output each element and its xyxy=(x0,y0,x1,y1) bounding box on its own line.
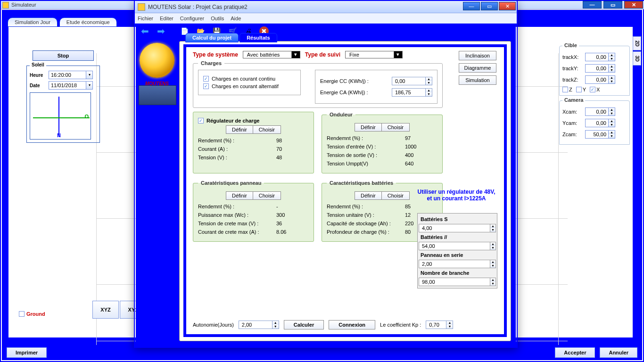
ground-checkbox[interactable]: Ground xyxy=(19,311,45,317)
forward-icon[interactable]: ➡ xyxy=(156,26,166,36)
heure-label: Heure xyxy=(30,73,47,78)
calculer-button[interactable]: Calculer xyxy=(284,320,324,329)
reg-choisir[interactable]: Choisir xyxy=(253,125,281,134)
kp-input[interactable] xyxy=(426,321,446,329)
xcam-input[interactable] xyxy=(585,107,609,116)
ond-definir[interactable]: Définir xyxy=(355,123,382,132)
compass: O N xyxy=(30,92,91,140)
minimize-button[interactable]: — xyxy=(583,1,602,8)
axis-x-check[interactable]: ✓X xyxy=(590,87,600,92)
bat-definir[interactable]: Définir xyxy=(355,191,382,200)
maximize-button[interactable]: ▭ xyxy=(603,1,622,8)
main-card: Calcul du projet Résultats Type de systè… xyxy=(179,41,511,341)
compass-north: N xyxy=(57,132,61,138)
modal-close[interactable]: ✕ xyxy=(499,2,516,10)
bat-choisir[interactable]: Choisir xyxy=(382,191,410,200)
ond-choisir[interactable]: Choisir xyxy=(382,123,410,132)
accepter-button[interactable]: Accepter xyxy=(555,347,595,358)
bg-title: Simulateur xyxy=(11,2,36,8)
pan-definir[interactable]: Définir xyxy=(226,191,253,200)
ycam-input[interactable] xyxy=(585,119,609,127)
ecc-input[interactable] xyxy=(392,77,426,85)
menu-configurer[interactable]: Configurer xyxy=(180,16,204,21)
modal-maximize[interactable]: ▭ xyxy=(481,2,498,10)
tab-etude-economique[interactable]: Etude économique xyxy=(59,17,117,27)
annuler-button[interactable]: Annuler xyxy=(600,347,637,358)
menu-fichier[interactable]: Fichier xyxy=(138,16,153,21)
axis-z-check[interactable]: Z xyxy=(562,87,572,92)
eca-input[interactable] xyxy=(392,88,426,97)
soleil-legend: Soleil xyxy=(30,62,46,67)
heure-step[interactable]: ▾ xyxy=(86,71,93,79)
chevron-down-icon: ▾ xyxy=(394,51,403,58)
type-systeme-label: Type de système xyxy=(193,51,238,58)
panneau-serie-input[interactable] xyxy=(419,260,490,268)
view-mode-tabs: 2D 3D xyxy=(633,36,641,66)
date-label: Date xyxy=(30,83,47,88)
diagramme-button[interactable]: Diagramme xyxy=(459,63,496,73)
spinner-arrows[interactable]: ▲▼ xyxy=(609,53,615,61)
charges-ca-check[interactable]: ✓Charges en courant alternatif xyxy=(203,83,296,89)
tracky-input[interactable] xyxy=(585,64,609,73)
connexion-button[interactable]: Connexion xyxy=(329,320,375,329)
modal-title: MOUTENS Solar : Projet Cas pratique2 xyxy=(148,4,248,10)
tab-3d[interactable]: 3D xyxy=(633,51,641,66)
simulation-button[interactable]: Simulation xyxy=(459,75,496,85)
right-action-buttons: Inclinaison Diagramme Simulation xyxy=(459,51,496,85)
zcam-input[interactable] xyxy=(585,130,609,139)
autonomie-input[interactable] xyxy=(239,321,272,329)
modal-menubar: Fichier Editer Configurer Outils Aide xyxy=(135,13,517,24)
tab-simulation-jour[interactable]: Simulation Jour xyxy=(8,17,58,27)
modal-titlebar[interactable]: MOUTENS Solar : Projet Cas pratique2 — ▭… xyxy=(135,1,517,13)
menu-outils[interactable]: Outils xyxy=(211,16,224,21)
solar-thumbnail[interactable] xyxy=(139,85,176,105)
reg-definir[interactable]: Définir xyxy=(226,125,253,134)
onduleur-fieldset: Onduleur DéfinirChoisir Rendemnt (%) :97… xyxy=(322,112,443,173)
bg-tabs: Simulation Jour Etude économique xyxy=(8,17,117,27)
modal-blue-area: ⬅ ➡ 📄 📂 💾 🛒 🖨 ✖ MOUTENS Calcul du projet… xyxy=(136,24,516,346)
trackx-input[interactable] xyxy=(585,53,609,61)
chevron-down-icon: ▾ xyxy=(292,51,300,58)
trackz-input[interactable] xyxy=(585,75,609,84)
date-input[interactable] xyxy=(49,81,86,90)
pan-choisir[interactable]: Choisir xyxy=(253,191,281,200)
autonomie-label: Autonomie(Jours) xyxy=(193,322,234,328)
heure-input[interactable] xyxy=(49,71,86,79)
battery-grid: Battéries S ▲▼ Battéries // ▲▼ Panneau e… xyxy=(417,213,497,288)
menu-aide[interactable]: Aide xyxy=(231,16,241,21)
stop-button[interactable]: Stop xyxy=(33,50,94,61)
regulateur-fieldset: ✓Régulateur de charge DéfinirChoisir Ren… xyxy=(193,112,314,173)
moutens-logo: MOUTENS xyxy=(140,43,174,78)
left-panel: Stop Soleil Heure ▾ Date ▾ O N xyxy=(26,50,100,146)
imprimer-button[interactable]: Imprimer xyxy=(7,347,47,358)
charges-fieldset: Charges ✓Charges en courant continu ✓Cha… xyxy=(193,60,443,108)
batteries-p-input[interactable] xyxy=(419,242,490,250)
camera-group: Camera Xcam:▲▼ Ycam:▲▼ Zcam:▲▼ xyxy=(559,100,630,145)
app-icon xyxy=(2,2,9,8)
charges-cc-check[interactable]: ✓Charges en courant continu xyxy=(203,76,296,82)
menu-editer[interactable]: Editer xyxy=(160,16,173,21)
axis-y-check[interactable]: Y xyxy=(576,87,586,92)
inclinaison-button[interactable]: Inclinaison xyxy=(459,51,496,60)
soleil-group: Soleil Heure ▾ Date ▾ O N xyxy=(26,66,100,143)
nb-branche-input[interactable] xyxy=(419,278,490,286)
back-icon[interactable]: ⬅ xyxy=(140,26,150,36)
regulateur-check[interactable]: ✓Régulateur de charge xyxy=(198,118,309,123)
kp-label: Le coefficient Kp : xyxy=(380,322,421,328)
modal-app-icon xyxy=(138,3,145,11)
xyz-button[interactable]: XYZ xyxy=(92,301,119,319)
type-systeme-select[interactable]: Avec battéries▾ xyxy=(243,51,300,58)
panneau-fieldset: Caratéristiques panneau DéfinirChoisir R… xyxy=(193,180,314,242)
type-suivi-select[interactable]: Fixe▾ xyxy=(345,51,403,58)
type-suivi-label: Type de suivi xyxy=(305,51,340,58)
date-dropdown[interactable]: ▾ xyxy=(86,81,93,90)
compass-east: O xyxy=(84,114,89,119)
advice-text: Utiliser un régulateur de 48V, et un cou… xyxy=(416,189,496,202)
tab-resultats[interactable]: Résultats xyxy=(239,33,277,42)
batteries-s-input[interactable] xyxy=(419,224,490,232)
modal-minimize[interactable]: — xyxy=(463,2,480,10)
page-content: Type de système Avec battéries▾ Type de … xyxy=(186,47,504,334)
tab-calcul[interactable]: Calcul du projet xyxy=(185,33,239,42)
close-button[interactable]: ✕ xyxy=(624,1,643,8)
tab-2d[interactable]: 2D xyxy=(633,36,641,50)
